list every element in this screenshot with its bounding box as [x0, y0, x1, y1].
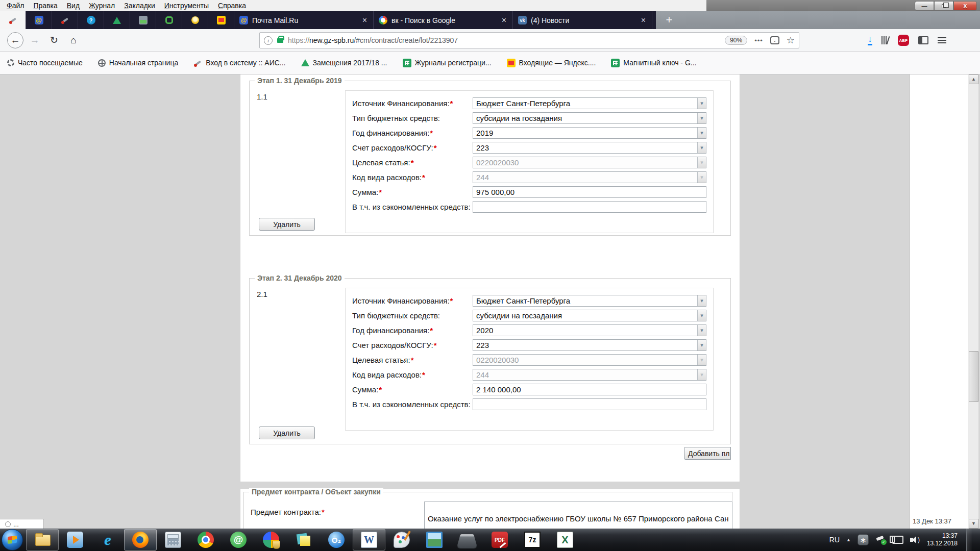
scroll-down-arrow-icon[interactable]: ▼	[969, 519, 978, 529]
taskbar-sticky-notes[interactable]	[287, 529, 320, 550]
pinned-tab-gavel[interactable]	[52, 11, 78, 29]
restore-button[interactable]	[934, 1, 953, 11]
taskbar-explorer[interactable]	[26, 529, 59, 550]
page-actions-icon[interactable]: •••	[754, 37, 763, 44]
menu-view[interactable]: Вид	[62, 1, 84, 11]
library-icon[interactable]	[881, 36, 889, 44]
tray-expand-icon[interactable]: ▲	[846, 537, 851, 542]
https-lock-icon[interactable]	[277, 38, 283, 43]
tab-vk-news[interactable]: vk (4) Новости ×	[513, 11, 652, 29]
close-tab-icon[interactable]: ×	[640, 16, 647, 25]
scroll-up-arrow-icon[interactable]: ▲	[969, 74, 978, 84]
add-payment-button[interactable]: Добавить пл	[684, 447, 731, 460]
taskbar-pdf-editor[interactable]: PDF	[483, 529, 516, 550]
taskbar-mailru-agent[interactable]: @	[222, 529, 255, 550]
taskbar-7zip[interactable]: 7z	[516, 529, 549, 550]
bookmark-substitutions[interactable]: Замещения 2017/18 ...	[301, 59, 387, 67]
taskbar-o2[interactable]: O₂	[320, 529, 353, 550]
home-button[interactable]: ⌂	[65, 32, 82, 48]
taskbar-antivirus[interactable]	[255, 529, 287, 550]
clock[interactable]: 13:3713.12.2018	[927, 532, 958, 547]
safely-remove-icon[interactable]: ✓	[875, 536, 886, 544]
tab-google-search[interactable]: вк - Поиск в Google ×	[374, 11, 513, 29]
menu-help[interactable]: Справка	[213, 1, 251, 11]
taskbar-scanner[interactable]	[451, 529, 483, 550]
pinned-tab-ais-gz[interactable]	[0, 11, 26, 29]
bookmark-ais-login[interactable]: Вход в систему :: АИС...	[193, 59, 285, 67]
dropdown-select[interactable]: 223▾	[473, 339, 706, 351]
financing-panel: Источник Финансирования:* Бюджет Санкт-П…	[345, 288, 714, 431]
bookmark-yandex-inbox[interactable]: Входящие — Яндекс....	[507, 59, 596, 67]
back-button[interactable]: ←	[7, 32, 23, 48]
speaker-icon[interactable]: )	[910, 535, 920, 544]
hamburger-menu-icon[interactable]	[938, 37, 946, 43]
language-indicator[interactable]: RU	[829, 536, 840, 544]
close-tab-icon[interactable]: ×	[361, 16, 368, 25]
pinned-tab-photos[interactable]	[130, 11, 156, 29]
minimize-button[interactable]: —	[915, 1, 934, 11]
vertical-scrollbar[interactable]: ▲ ▼	[968, 74, 978, 529]
dropdown-select[interactable]: Бюджет Санкт-Петербурга▾	[473, 295, 706, 307]
close-tab-icon[interactable]: ×	[501, 16, 507, 25]
delete-stage-button[interactable]: Удалить	[259, 427, 315, 439]
pocket-icon[interactable]: ⌄	[770, 36, 779, 44]
url-bar[interactable]: i https://new.gz-spb.ru/#cm/contract/cre…	[259, 32, 799, 48]
menu-tools[interactable]: Инструменты	[160, 1, 213, 11]
tab-mailru[interactable]: @ Почта Mail.Ru ×	[234, 11, 374, 29]
bookmark-star-icon[interactable]: ☆	[787, 35, 795, 46]
dropdown-select[interactable]: субсидии на госзадания▾	[473, 112, 706, 124]
bookmark-magnetic-key[interactable]: Магнитный ключ - G...	[611, 59, 696, 67]
taskbar-firefox[interactable]	[124, 529, 157, 550]
start-button[interactable]	[2, 529, 23, 550]
scrollbar-thumb[interactable]	[969, 351, 978, 402]
reload-button[interactable]: ↻	[46, 32, 62, 48]
pinned-tab-help[interactable]: ?	[78, 11, 104, 29]
dropdown-select[interactable]: 2020▾	[473, 324, 706, 336]
bookmark-home-page[interactable]: Начальная страница	[98, 59, 178, 67]
taskbar-excel[interactable]: X	[549, 529, 581, 550]
forward-button[interactable]: →	[27, 32, 43, 48]
text-input[interactable]	[473, 186, 706, 198]
gavel-icon	[9, 16, 17, 24]
new-tab-button[interactable]: +	[662, 13, 676, 28]
bookmark-registration-journals[interactable]: Журналы регистраци...	[403, 59, 492, 67]
text-input[interactable]	[473, 201, 706, 213]
menu-bookmarks[interactable]: Закладки	[119, 1, 160, 11]
dropdown-select[interactable]: 2019▾	[473, 127, 706, 139]
pinned-tab-gdrive[interactable]	[104, 11, 130, 29]
bookmark-frequent[interactable]: Часто посещаемые	[7, 59, 83, 67]
downloads-icon[interactable]: ↓	[868, 35, 872, 45]
pinned-tab-pgu[interactable]	[156, 11, 182, 29]
text-input[interactable]	[473, 384, 706, 395]
url-text[interactable]: https://new.gz-spb.ru/#cm/contract/creat…	[288, 36, 725, 44]
delete-stage-button[interactable]: Удалить	[259, 218, 315, 231]
form-row: Год финансирования:* 2019▾	[346, 127, 713, 142]
text-input[interactable]	[473, 398, 706, 410]
taskbar-internet-explorer[interactable]: e	[91, 529, 124, 550]
dropdown-value: Бюджет Санкт-Петербурга	[473, 295, 697, 306]
page-info-icon[interactable]: i	[264, 36, 273, 45]
dropdown-select[interactable]: Бюджет Санкт-Петербурга▾	[473, 97, 706, 109]
dropdown-select[interactable]: 223▾	[473, 142, 706, 154]
menu-edit[interactable]: Правка	[29, 1, 62, 11]
taskbar-media-player[interactable]	[59, 529, 91, 550]
taskbar-calculator[interactable]	[157, 529, 189, 550]
taskbar-paint[interactable]	[385, 529, 418, 550]
taskbar-chrome[interactable]	[189, 529, 222, 550]
taskbar-photo-viewer[interactable]	[418, 529, 451, 550]
menu-history[interactable]: Журнал	[84, 1, 119, 11]
contract-subject-input[interactable]	[424, 502, 732, 529]
taskbar-word[interactable]: W	[353, 529, 385, 550]
zoom-level-indicator[interactable]: 90%	[725, 36, 747, 45]
pinned-tab-yandex-mail[interactable]	[208, 11, 234, 29]
sidebar-icon[interactable]	[918, 36, 928, 44]
menu-file[interactable]: Файл	[2, 1, 29, 11]
adblock-icon[interactable]: ABP	[898, 35, 909, 46]
close-button[interactable]: X	[953, 1, 977, 11]
pinned-tab-mailru[interactable]: @	[26, 11, 52, 29]
drweb-spider-icon[interactable]: ∗	[857, 534, 869, 545]
network-icon[interactable]	[892, 536, 903, 544]
dropdown-select[interactable]: субсидии на госзадания▾	[473, 310, 706, 321]
pinned-tab-bulb[interactable]	[182, 11, 208, 29]
show-desktop-button[interactable]	[966, 529, 972, 551]
